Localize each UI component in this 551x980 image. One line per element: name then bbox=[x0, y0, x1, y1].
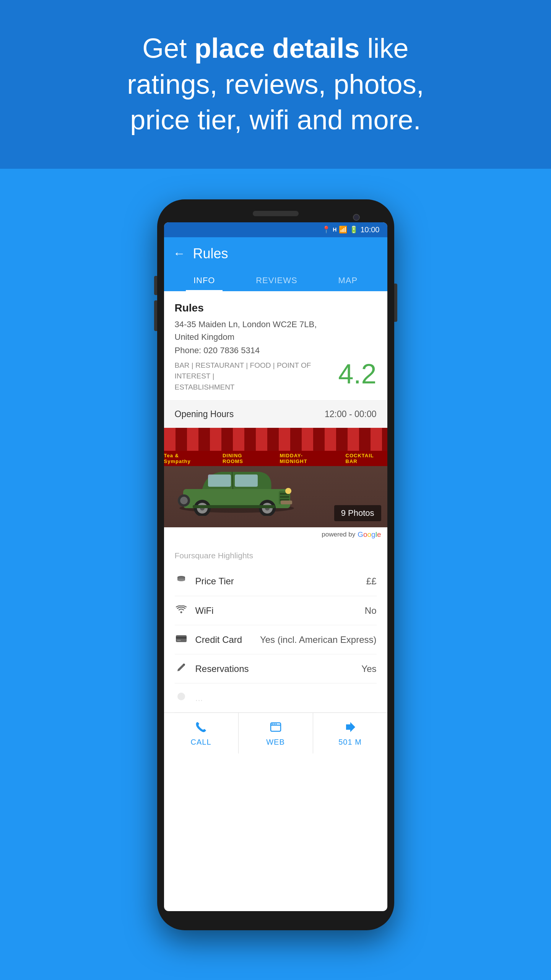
phone-wrapper: 📍 H 📶 🔋 10:00 ← Rules INFO bbox=[0, 199, 551, 961]
location-icon: 📍 bbox=[322, 225, 330, 234]
attr-price-left: Price Tier bbox=[175, 575, 234, 587]
svg-rect-2 bbox=[208, 475, 231, 487]
wifi-value: No bbox=[365, 605, 377, 616]
svg-point-30 bbox=[177, 693, 185, 700]
volume-buttons bbox=[154, 276, 157, 331]
attr-wifi: WiFi No bbox=[175, 596, 377, 625]
background-gap bbox=[0, 169, 551, 199]
place-phone: Phone: 020 7836 5314 bbox=[175, 346, 377, 355]
call-icon bbox=[195, 721, 207, 735]
content-area: Rules 34-35 Maiden Ln, London WC2E 7LB,U… bbox=[164, 291, 387, 754]
opening-hours-label: Opening Hours bbox=[175, 409, 234, 419]
google-logo: Google bbox=[358, 530, 381, 539]
place-categories: BAR | RESTAURANT | FOOD | POINT OF INTER… bbox=[175, 360, 312, 393]
header-bold: place details bbox=[194, 33, 359, 64]
photos-count: 9 Photos bbox=[341, 508, 374, 518]
svg-point-25 bbox=[177, 579, 185, 581]
app-bar-title-row: ← Rules bbox=[173, 246, 378, 262]
svg-point-8 bbox=[285, 488, 291, 494]
place-address: 34-35 Maiden Ln, London WC2E 7LB,United … bbox=[175, 318, 377, 343]
sign-text-4: COCKTAIL BAR bbox=[346, 453, 387, 464]
reservations-label: Reservations bbox=[195, 664, 249, 674]
status-bar: 📍 H 📶 🔋 10:00 bbox=[164, 222, 387, 237]
car-svg bbox=[172, 455, 302, 516]
svg-marker-36 bbox=[346, 722, 355, 732]
call-label: CALL bbox=[190, 738, 211, 747]
powered-by: powered by Google bbox=[164, 527, 387, 542]
battery-icon: 🔋 bbox=[349, 225, 358, 234]
svg-point-20 bbox=[180, 497, 188, 504]
volume-down-button bbox=[154, 300, 157, 331]
foursquare-title: Foursquare Highlights bbox=[175, 551, 377, 560]
phone-device: 📍 H 📶 🔋 10:00 ← Rules INFO bbox=[157, 199, 394, 930]
call-action[interactable]: CALL bbox=[164, 713, 239, 753]
tab-map[interactable]: MAP bbox=[330, 271, 365, 291]
attr-wifi-left: WiFi bbox=[175, 605, 214, 616]
power-button bbox=[394, 284, 397, 322]
credit-card-icon bbox=[175, 634, 188, 646]
place-name: Rules bbox=[175, 302, 377, 314]
place-rating: 4.2 bbox=[338, 360, 376, 388]
attr-partial: ... bbox=[175, 683, 377, 713]
svg-rect-29 bbox=[177, 640, 181, 641]
app-bar: ← Rules INFO REVIEWS MAP bbox=[164, 237, 387, 291]
photos-overlay[interactable]: 9 Photos bbox=[334, 505, 381, 521]
phone-camera bbox=[353, 214, 360, 221]
powered-by-text: powered by bbox=[322, 531, 355, 538]
wifi-label: WiFi bbox=[195, 605, 214, 616]
app-bar-title: Rules bbox=[193, 246, 228, 262]
header-text: Get place details like ratings, reviews,… bbox=[46, 31, 505, 138]
directions-label: 501 M bbox=[338, 738, 362, 747]
price-tier-icon bbox=[175, 575, 188, 587]
header-section: Get place details like ratings, reviews,… bbox=[0, 0, 551, 169]
attr-reservations: Reservations Yes bbox=[175, 654, 377, 683]
web-icon bbox=[270, 721, 281, 735]
status-icons: 📍 H 📶 🔋 10:00 bbox=[322, 225, 379, 234]
wifi-icon bbox=[175, 605, 188, 616]
header-line4: price tier, wifi and more. bbox=[130, 104, 421, 135]
web-label: WEB bbox=[266, 738, 285, 747]
svg-rect-6 bbox=[280, 496, 289, 498]
svg-rect-28 bbox=[176, 637, 187, 639]
photo-section[interactable]: Tea & Sympathy DINING ROOMS MIDDAY-MIDNI… bbox=[164, 428, 387, 527]
web-action[interactable]: WEB bbox=[239, 713, 313, 753]
price-tier-value: ££ bbox=[366, 576, 377, 587]
bottom-bar: CALL WEB bbox=[164, 713, 387, 753]
place-info: Rules 34-35 Maiden Ln, London WC2E 7LB,U… bbox=[164, 291, 387, 401]
directions-icon bbox=[345, 721, 356, 735]
directions-action[interactable]: 501 M bbox=[313, 713, 387, 753]
attr-partial-left: ... bbox=[175, 692, 203, 704]
pencil-icon bbox=[175, 663, 188, 675]
svg-point-34 bbox=[273, 724, 275, 725]
price-tier-label: Price Tier bbox=[195, 576, 234, 587]
credit-card-value: Yes (incl. American Express) bbox=[260, 634, 377, 645]
credit-card-label: Credit Card bbox=[195, 634, 242, 645]
svg-point-35 bbox=[275, 724, 276, 725]
reservations-value: Yes bbox=[361, 664, 376, 674]
partial-label: ... bbox=[195, 693, 203, 703]
attr-price-tier: Price Tier ££ bbox=[175, 566, 377, 596]
phone-speaker bbox=[253, 211, 299, 216]
signal-bars-icon: 📶 bbox=[339, 225, 347, 234]
header-line3: ratings, reviews, photos, bbox=[127, 69, 424, 99]
phone-screen: 📍 H 📶 🔋 10:00 ← Rules INFO bbox=[164, 222, 387, 911]
svg-point-33 bbox=[271, 724, 273, 725]
power-btn bbox=[394, 284, 397, 322]
svg-rect-10 bbox=[281, 501, 292, 504]
signal-h-icon: H bbox=[333, 227, 336, 233]
tab-reviews[interactable]: REVIEWS bbox=[248, 271, 305, 291]
tab-info[interactable]: INFO bbox=[186, 271, 223, 291]
svg-point-26 bbox=[180, 611, 182, 613]
back-button[interactable]: ← bbox=[173, 246, 185, 261]
status-time: 10:00 bbox=[360, 225, 379, 234]
tabs: INFO REVIEWS MAP bbox=[173, 271, 378, 291]
svg-rect-3 bbox=[235, 475, 258, 487]
attr-credit-card: Credit Card Yes (incl. American Express) bbox=[175, 625, 377, 654]
opening-hours-section: Opening Hours 12:00 - 00:00 bbox=[164, 401, 387, 428]
place-info-row: BAR | RESTAURANT | FOOD | POINT OF INTER… bbox=[175, 360, 377, 393]
attr-cc-left: Credit Card bbox=[175, 634, 242, 646]
foursquare-section: Foursquare Highlights bbox=[164, 542, 387, 713]
opening-hours-value: 12:00 - 00:00 bbox=[325, 409, 377, 419]
volume-up-button bbox=[154, 276, 157, 295]
svg-rect-17 bbox=[193, 505, 275, 508]
